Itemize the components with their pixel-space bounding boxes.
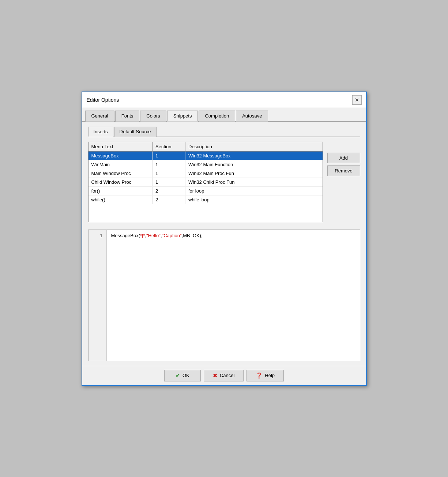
tab-fonts[interactable]: Fonts [115, 111, 140, 122]
snippets-table: Menu Text Section Description MessageBox… [89, 142, 323, 204]
tab-general[interactable]: General [85, 111, 114, 122]
cell-menu-text: Child Window Proc [89, 178, 153, 186]
code-string2: "Caption" [162, 233, 182, 238]
cell-description: Win32 Child Proc Fun [185, 178, 323, 186]
table-row[interactable]: MessageBox1Win32 MessageBox [89, 151, 323, 160]
code-preview: 1 MessageBox(*|*,"Hello","Caption",MB_OK… [88, 230, 360, 361]
table-row[interactable]: Child Window Proc1Win32 Child Proc Fun [89, 178, 323, 186]
col-header-menu-text: Menu Text [89, 142, 153, 152]
cell-section: 2 [153, 195, 185, 204]
cell-section: 1 [153, 169, 185, 178]
table-row[interactable]: Main Window Proc1Win32 Main Proc Fun [89, 169, 323, 178]
code-end: ,MB_OK); [182, 233, 203, 238]
cell-section: 1 [153, 178, 185, 186]
col-header-section: Section [153, 142, 185, 152]
tab-snippets[interactable]: Snippets [167, 111, 198, 122]
cell-section: 1 [153, 160, 185, 169]
cell-description: while loop [185, 195, 323, 204]
subtab-default-source[interactable]: Default Source [114, 127, 157, 137]
remove-button[interactable]: Remove [327, 165, 360, 176]
tab-colors[interactable]: Colors [140, 111, 166, 122]
cell-description: Win32 Main Proc Fun [185, 169, 323, 178]
tab-autosave[interactable]: Autosave [236, 111, 268, 122]
line-number-1: 1 [92, 233, 103, 238]
table-row[interactable]: WinMain1Win32 Main Function [89, 160, 323, 169]
col-header-description: Description [185, 142, 323, 152]
add-button[interactable]: Add [327, 153, 360, 163]
cell-menu-text: WinMain [89, 160, 153, 169]
help-label: Help [265, 373, 275, 378]
ok-label: OK [182, 373, 189, 378]
tab-completion[interactable]: Completion [199, 111, 235, 122]
cell-menu-text: Main Window Proc [89, 169, 153, 178]
editor-options-dialog: Editor Options ✕ General Fonts Colors Sn… [82, 92, 367, 386]
action-buttons: Add Remove [327, 142, 360, 176]
help-icon: ❓ [256, 372, 263, 379]
ok-button[interactable]: ✔ OK [164, 370, 201, 381]
title-bar: Editor Options ✕ [82, 92, 366, 108]
main-row: Menu Text Section Description MessageBox… [88, 142, 360, 222]
cancel-button[interactable]: ✖ Cancel [204, 370, 244, 381]
ok-icon: ✔ [176, 372, 180, 379]
close-button[interactable]: ✕ [352, 95, 362, 105]
cell-description: Win32 MessageBox [185, 151, 323, 160]
code-function-name: MessageBox( [111, 233, 140, 238]
help-button[interactable]: ❓ Help [246, 370, 284, 381]
dialog-title: Editor Options [87, 97, 119, 103]
cell-description: for loop [185, 186, 323, 195]
cell-menu-text: while() [89, 195, 153, 204]
cell-menu-text: MessageBox [89, 151, 153, 160]
cell-menu-text: for() [89, 186, 153, 195]
cell-description: Win32 Main Function [185, 160, 323, 169]
table-row[interactable]: for()2for loop [89, 186, 323, 195]
line-numbers: 1 [89, 230, 107, 361]
code-string1: "Hello" [146, 233, 161, 238]
content-area: Inserts Default Source Menu Text Section… [82, 122, 366, 366]
snippets-table-container: Menu Text Section Description MessageBox… [88, 142, 323, 222]
subtab-bar: Inserts Default Source [88, 126, 360, 137]
cancel-icon: ✖ [213, 372, 218, 379]
cancel-label: Cancel [220, 373, 234, 378]
table-row[interactable]: while()2while loop [89, 195, 323, 204]
bottom-bar: ✔ OK ✖ Cancel ❓ Help [82, 366, 366, 385]
code-content[interactable]: MessageBox(*|*,"Hello","Caption",MB_OK); [107, 230, 360, 361]
tab-bar: General Fonts Colors Snippets Completion… [82, 108, 366, 122]
code-cursor: *|* [140, 233, 145, 238]
cell-section: 2 [153, 186, 185, 195]
subtab-inserts[interactable]: Inserts [88, 127, 113, 137]
table-scroll[interactable]: Menu Text Section Description MessageBox… [89, 142, 323, 222]
cell-section: 1 [153, 151, 185, 160]
